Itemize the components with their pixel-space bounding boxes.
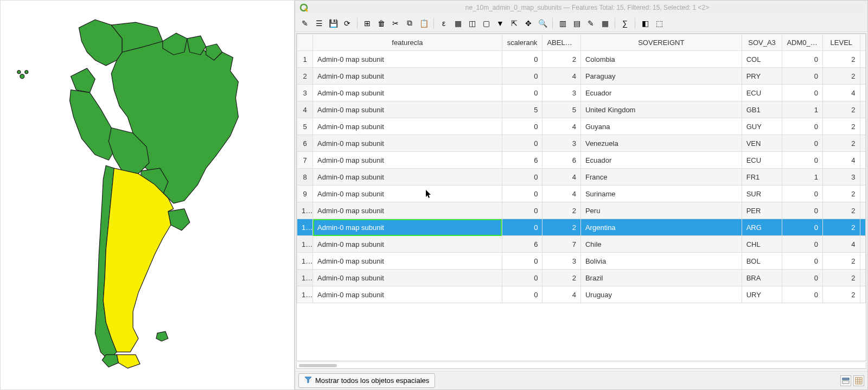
- cell-featurecla[interactable]: Admin-0 map subunit: [313, 202, 502, 219]
- cell-overflow[interactable]: [860, 85, 865, 101]
- cell-scalerank[interactable]: 0: [502, 186, 542, 202]
- cell-scalerank[interactable]: 0: [502, 118, 542, 135]
- cell-overflow[interactable]: [860, 51, 865, 68]
- cell-sovereignt[interactable]: Uruguay: [580, 286, 742, 303]
- country-falklands[interactable]: [156, 331, 168, 341]
- cell-featurecla[interactable]: Admin-0 map subunit: [313, 286, 502, 303]
- cell-sovereignt[interactable]: France: [580, 169, 742, 186]
- cell-featurecla[interactable]: Admin-0 map subunit: [313, 169, 502, 186]
- table-row[interactable]: 6Admin-0 map subunit03VenezuelaVEN02: [297, 135, 866, 152]
- cell-overflow[interactable]: [860, 286, 865, 303]
- column-header[interactable]: SOV_A3: [742, 34, 782, 51]
- cell-level[interactable]: 2: [823, 101, 860, 118]
- cell-sov-a3[interactable]: PRY: [742, 68, 782, 85]
- cell-scalerank[interactable]: 0: [502, 68, 542, 85]
- cell-abelran[interactable]: 2: [542, 219, 581, 236]
- table-row[interactable]: 14Admin-0 map subunit02BrazilBRA02: [297, 270, 866, 286]
- cell-scalerank[interactable]: 0: [502, 219, 542, 236]
- table-row[interactable]: 15Admin-0 map subunit04UruguayURY02: [297, 286, 866, 303]
- cell-sovereignt[interactable]: Guyana: [580, 118, 742, 135]
- table-row[interactable]: 12Admin-0 map subunit67ChileCHL04: [297, 236, 866, 253]
- cell-level[interactable]: 2: [823, 286, 860, 303]
- cell-adm0-dif[interactable]: 0: [782, 152, 823, 169]
- reload-icon[interactable]: ⟳: [341, 17, 354, 30]
- cell-level[interactable]: 2: [823, 186, 860, 202]
- move-top-icon[interactable]: ⇱: [508, 17, 521, 30]
- table-row[interactable]: 11Admin-0 map subunit02ArgentinaARG02: [297, 219, 866, 236]
- cell-scalerank[interactable]: 6: [502, 236, 542, 253]
- cell-sovereignt[interactable]: Colombia: [580, 51, 742, 68]
- column-header[interactable]: ABELRAN: [542, 34, 581, 51]
- cell-featurecla[interactable]: Admin-0 map subunit: [313, 135, 502, 152]
- cell-scalerank[interactable]: 5: [502, 101, 542, 118]
- cell-sov-a3[interactable]: ECU: [742, 152, 782, 169]
- cell-level[interactable]: 2: [823, 219, 860, 236]
- cell-abelran[interactable]: 2: [542, 51, 581, 68]
- cell-featurecla[interactable]: Admin-0 map subunit: [313, 253, 502, 270]
- table-row[interactable]: 1Admin-0 map subunit02ColombiaCOL02: [297, 51, 866, 68]
- cell-sov-a3[interactable]: ECU: [742, 85, 782, 101]
- cell-overflow[interactable]: [860, 169, 865, 186]
- cell-sov-a3[interactable]: BRA: [742, 270, 782, 286]
- cell-featurecla[interactable]: Admin-0 map subunit: [313, 219, 502, 236]
- cell-overflow[interactable]: [860, 101, 865, 118]
- table-row[interactable]: 9Admin-0 map subunit04SurinameSUR02: [297, 186, 866, 202]
- cell-featurecla[interactable]: Admin-0 map subunit: [313, 236, 502, 253]
- row-number[interactable]: 4: [297, 101, 313, 118]
- row-number[interactable]: 3: [297, 85, 313, 101]
- cell-abelran[interactable]: 2: [542, 202, 581, 219]
- dock-icon[interactable]: ⬚: [653, 17, 666, 30]
- cell-scalerank[interactable]: 0: [502, 253, 542, 270]
- cell-sov-a3[interactable]: URY: [742, 286, 782, 303]
- row-number[interactable]: 9: [297, 186, 313, 202]
- cell-adm0-dif[interactable]: 0: [782, 219, 823, 236]
- scrollbar-thumb[interactable]: [299, 364, 337, 367]
- country-chile-tdf[interactable]: [102, 355, 118, 367]
- cell-abelran[interactable]: 3: [542, 253, 581, 270]
- cell-adm0-dif[interactable]: 0: [782, 202, 823, 219]
- cell-adm0-dif[interactable]: 0: [782, 51, 823, 68]
- field-calc-icon[interactable]: ∑: [618, 17, 631, 30]
- cell-abelran[interactable]: 4: [542, 286, 581, 303]
- row-number[interactable]: 15: [297, 286, 313, 303]
- cell-featurecla[interactable]: Admin-0 map subunit: [313, 152, 502, 169]
- cell-overflow[interactable]: [860, 202, 865, 219]
- cell-sovereignt[interactable]: Brazil: [580, 270, 742, 286]
- cell-sov-a3[interactable]: COL: [742, 51, 782, 68]
- cell-adm0-dif[interactable]: 0: [782, 186, 823, 202]
- cell-level[interactable]: 2: [823, 202, 860, 219]
- cell-sov-a3[interactable]: VEN: [742, 135, 782, 152]
- row-number[interactable]: 11: [297, 219, 313, 236]
- column-header[interactable]: LEVEL: [823, 34, 860, 51]
- cell-adm0-dif[interactable]: 1: [782, 101, 823, 118]
- deselect-icon[interactable]: ▢: [480, 17, 493, 30]
- cell-overflow[interactable]: [860, 118, 865, 135]
- cell-sovereignt[interactable]: Ecuador: [580, 85, 742, 101]
- cell-featurecla[interactable]: Admin-0 map subunit: [313, 270, 502, 286]
- cell-level[interactable]: 4: [823, 236, 860, 253]
- delete-feature-icon[interactable]: 🗑: [375, 17, 388, 30]
- country-uruguay[interactable]: [168, 209, 190, 231]
- cell-sovereignt[interactable]: United Kingdom: [580, 101, 742, 118]
- cell-sovereignt[interactable]: Bolivia: [580, 253, 742, 270]
- pan-to-icon[interactable]: ✥: [522, 17, 535, 30]
- table-row[interactable]: 2Admin-0 map subunit04ParaguayPRY02: [297, 68, 866, 85]
- cell-adm0-dif[interactable]: 0: [782, 270, 823, 286]
- cell-level[interactable]: 3: [823, 169, 860, 186]
- cell-abelran[interactable]: 2: [542, 270, 581, 286]
- column-header[interactable]: SOVEREIGNT: [580, 34, 742, 51]
- column-header[interactable]: featurecla: [313, 34, 502, 51]
- cell-sovereignt[interactable]: Peru: [580, 202, 742, 219]
- country-argentina-tdf[interactable]: [117, 355, 140, 368]
- cell-adm0-dif[interactable]: 0: [782, 118, 823, 135]
- table-row[interactable]: 8Admin-0 map subunit04FranceFR113: [297, 169, 866, 186]
- new-column-icon[interactable]: ▥: [556, 17, 569, 30]
- cell-sovereignt[interactable]: Ecuador: [580, 152, 742, 169]
- copy-icon[interactable]: ⧉: [403, 17, 416, 30]
- conditional-format-icon[interactable]: ◧: [639, 17, 652, 30]
- rename-column-icon[interactable]: ✎: [584, 17, 597, 30]
- expression-select-icon[interactable]: ε: [437, 17, 450, 30]
- cell-sov-a3[interactable]: CHL: [742, 236, 782, 253]
- cell-scalerank[interactable]: 6: [502, 152, 542, 169]
- show-all-features-button[interactable]: Mostrar todos los objetos espaciales: [298, 373, 435, 388]
